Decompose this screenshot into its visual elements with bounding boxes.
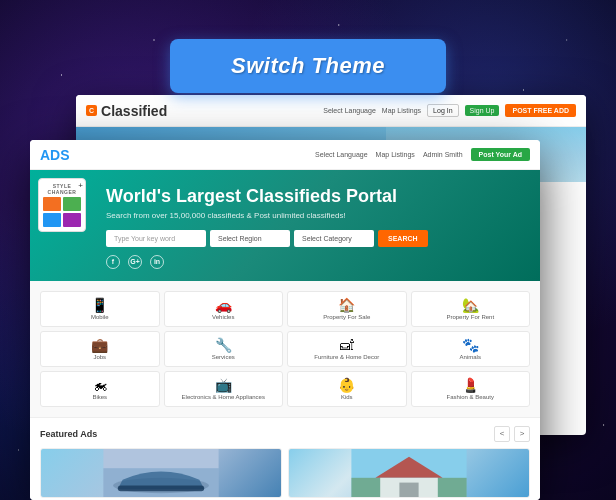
- kids-icon: 👶: [292, 378, 402, 392]
- signup-button[interactable]: Sign Up: [465, 105, 500, 116]
- style-changer-widget: STYLE CHANGER +: [38, 178, 86, 232]
- screenshot-front: ADS Select Language Map Listings Admin S…: [30, 140, 540, 500]
- vehicles-label: Vehicles: [169, 314, 279, 320]
- categories-grid: 📱 Mobile 🚗 Vehicles 🏠 Property For Sale …: [40, 291, 530, 407]
- facebook-icon[interactable]: f: [106, 255, 120, 269]
- front-nav-right: Select Language Map Listings Admin Smith…: [315, 148, 530, 161]
- front-admin: Admin Smith: [423, 151, 463, 158]
- animals-label: Animals: [416, 354, 526, 360]
- property-rent-label: Property For Rent: [416, 314, 526, 320]
- hero-subheadline: Search from over 15,00,000 classifieds &…: [106, 211, 520, 220]
- style-changer-label: STYLE CHANGER: [43, 183, 81, 195]
- property-rent-icon: 🏡: [416, 298, 526, 312]
- ads-logo: ADS: [40, 147, 70, 163]
- screenshots-container: C Classified Select Language Map Listing…: [30, 95, 586, 480]
- category-bikes[interactable]: 🏍 Bikes: [40, 371, 160, 407]
- category-vehicles[interactable]: 🚗 Vehicles: [164, 291, 284, 327]
- animals-icon: 🐾: [416, 338, 526, 352]
- category-services[interactable]: 🔧 Services: [164, 331, 284, 367]
- color-grid: [43, 197, 81, 227]
- featured-prev-button[interactable]: <: [494, 426, 510, 442]
- category-property-sale[interactable]: 🏠 Property For Sale: [287, 291, 407, 327]
- linkedin-icon[interactable]: in: [150, 255, 164, 269]
- color-cell-1[interactable]: [43, 197, 61, 211]
- classified-logo-icon: C: [86, 105, 97, 116]
- category-animals[interactable]: 🐾 Animals: [411, 331, 531, 367]
- map-listings-link[interactable]: Map Listings: [382, 107, 421, 114]
- switch-theme-button[interactable]: Switch Theme: [170, 39, 446, 93]
- car-image: [41, 449, 281, 497]
- post-free-button[interactable]: POST FREE ADD: [505, 104, 576, 117]
- category-furniture[interactable]: 🛋 Furniture & Home Decor: [287, 331, 407, 367]
- mobile-label: Mobile: [45, 314, 155, 320]
- house-image: [289, 449, 529, 497]
- kids-label: Kids: [292, 394, 402, 400]
- jobs-icon: 💼: [45, 338, 155, 352]
- featured-title: Featured Ads: [40, 429, 97, 439]
- select-category-dropdown[interactable]: Select Category: [294, 230, 374, 247]
- fashion-icon: 💄: [416, 378, 526, 392]
- ads-logo-text: ADS: [40, 147, 70, 163]
- bikes-icon: 🏍: [45, 378, 155, 392]
- googleplus-icon[interactable]: G+: [128, 255, 142, 269]
- electronics-icon: 📺: [169, 378, 279, 392]
- category-electronics[interactable]: 📺 Electronics & Home Appliances: [164, 371, 284, 407]
- back-nav-right: Select Language Map Listings Log In Sign…: [323, 104, 576, 117]
- services-icon: 🔧: [169, 338, 279, 352]
- front-select-language[interactable]: Select Language: [315, 151, 368, 158]
- featured-card-house[interactable]: [288, 448, 530, 498]
- fashion-label: Fashion & Beauty: [416, 394, 526, 400]
- color-cell-4[interactable]: [63, 213, 81, 227]
- back-topbar: C Classified Select Language Map Listing…: [76, 95, 586, 127]
- color-cell-2[interactable]: [63, 197, 81, 211]
- select-language-link[interactable]: Select Language: [323, 107, 376, 114]
- svg-rect-8: [399, 482, 418, 496]
- classified-logo: C Classified: [86, 103, 167, 119]
- mobile-icon: 📱: [45, 298, 155, 312]
- categories-section: 📱 Mobile 🚗 Vehicles 🏠 Property For Sale …: [30, 281, 540, 417]
- category-mobile[interactable]: 📱 Mobile: [40, 291, 160, 327]
- featured-card-car[interactable]: [40, 448, 282, 498]
- jobs-label: Jobs: [45, 354, 155, 360]
- search-bar: Type Your key word Select Region Select …: [106, 230, 520, 247]
- search-keyword-input[interactable]: Type Your key word: [106, 230, 206, 247]
- vehicles-icon: 🚗: [169, 298, 279, 312]
- services-label: Services: [169, 354, 279, 360]
- electronics-label: Electronics & Home Appliances: [169, 394, 279, 400]
- featured-cards-row: [40, 448, 530, 498]
- bikes-label: Bikes: [45, 394, 155, 400]
- classified-logo-text: Classified: [101, 103, 167, 119]
- login-button[interactable]: Log In: [427, 104, 458, 117]
- front-topbar: ADS Select Language Map Listings Admin S…: [30, 140, 540, 170]
- social-icons-row: f G+ in: [106, 255, 520, 269]
- category-kids[interactable]: 👶 Kids: [287, 371, 407, 407]
- featured-header: Featured Ads < >: [40, 426, 530, 442]
- furniture-icon: 🛋: [292, 338, 402, 352]
- style-changer-plus-icon[interactable]: +: [78, 181, 83, 190]
- select-region-dropdown[interactable]: Select Region: [210, 230, 290, 247]
- property-sale-label: Property For Sale: [292, 314, 402, 320]
- property-sale-icon: 🏠: [292, 298, 402, 312]
- category-fashion[interactable]: 💄 Fashion & Beauty: [411, 371, 531, 407]
- featured-navigation: < >: [494, 426, 530, 442]
- hero-headline: World's Largest Classifieds Portal: [106, 186, 520, 208]
- category-jobs[interactable]: 💼 Jobs: [40, 331, 160, 367]
- post-ad-button[interactable]: Post Your Ad: [471, 148, 530, 161]
- featured-next-button[interactable]: >: [514, 426, 530, 442]
- front-map-listings[interactable]: Map Listings: [376, 151, 415, 158]
- front-hero: STYLE CHANGER + World's Largest Classifi…: [30, 170, 540, 281]
- search-button[interactable]: SEARCH: [378, 230, 428, 247]
- category-property-rent[interactable]: 🏡 Property For Rent: [411, 291, 531, 327]
- featured-section: Featured Ads < >: [30, 417, 540, 500]
- furniture-label: Furniture & Home Decor: [292, 354, 402, 360]
- svg-rect-3: [118, 485, 204, 491]
- color-cell-3[interactable]: [43, 213, 61, 227]
